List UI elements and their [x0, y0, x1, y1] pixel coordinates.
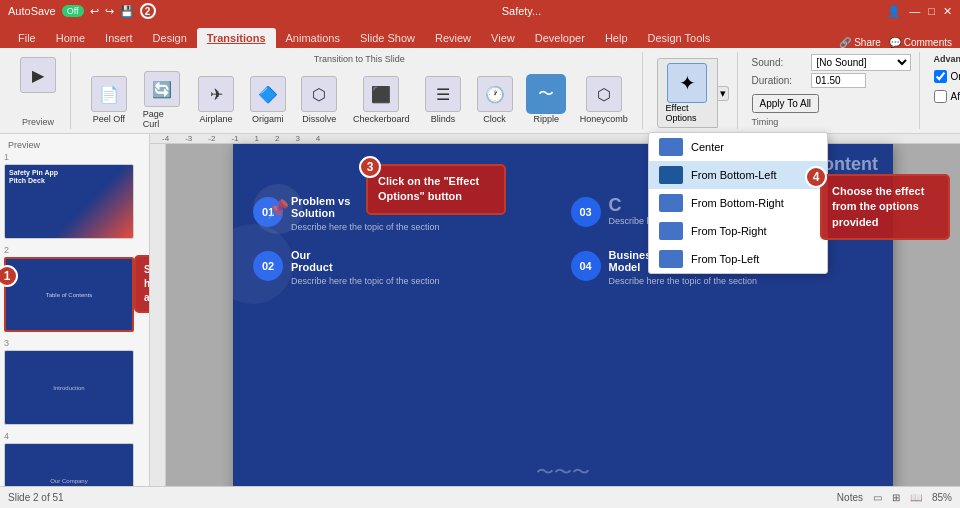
tab-slideshow[interactable]: Slide Show: [350, 28, 425, 48]
preview-label: Preview: [22, 117, 54, 127]
view-slide-icon[interactable]: ⊞: [892, 492, 900, 503]
title-bar-right: 👤 — □ ✕: [887, 5, 952, 18]
save-icon[interactable]: 💾: [120, 5, 134, 18]
effect-option-top-right[interactable]: From Top-Right: [649, 217, 827, 245]
transition-buttons: 📄Peel Off 🔄Page Curl ✈Airplane 🔷Origami …: [85, 68, 634, 132]
card-04-desc: Describe here the topic of the section: [609, 276, 758, 288]
sound-row: Sound: [No Sound]: [752, 54, 911, 71]
bottom-wave: 〜〜〜: [536, 460, 590, 484]
tab-animations[interactable]: Animations: [276, 28, 350, 48]
duration-input[interactable]: [811, 73, 866, 88]
apply-to-all-button[interactable]: Apply To All: [752, 94, 820, 113]
card-02-text: OurProduct Describe here the topic of th…: [291, 249, 440, 288]
on-mouse-click-label: On Mouse Click: [951, 71, 960, 82]
origami-icon: 🔷: [250, 76, 286, 112]
view-reading-icon[interactable]: 📖: [910, 492, 922, 503]
slide-4-thumbnail: Our Company: [4, 443, 134, 486]
tab-file[interactable]: File: [8, 28, 46, 48]
duration-label: Duration:: [752, 75, 807, 86]
slide-card-02: 02 OurProduct Describe here the topic of…: [253, 249, 556, 288]
effect-options-button[interactable]: ✦ Effect Options: [657, 58, 718, 128]
checkerboard-icon: ⬛: [363, 76, 399, 112]
account-icon[interactable]: 👤: [887, 5, 901, 18]
callout-1-text: Select the slide that has a transition a…: [134, 255, 150, 313]
tab-developer[interactable]: Developer: [525, 28, 595, 48]
sound-select[interactable]: [No Sound]: [811, 54, 911, 71]
tab-help[interactable]: Help: [595, 28, 638, 48]
deco-pin: 📌: [253, 184, 303, 234]
tab-transitions[interactable]: Transitions: [197, 28, 276, 48]
share-button[interactable]: 🔗 Share: [839, 37, 880, 48]
tab-view[interactable]: View: [481, 28, 525, 48]
transition-airplane[interactable]: ✈Airplane: [192, 73, 240, 127]
after-label: After:: [951, 91, 960, 102]
comments-button[interactable]: 💬 Comments: [889, 37, 952, 48]
effect-option-bottom-left[interactable]: From Bottom-Left: [649, 161, 827, 189]
preview-button[interactable]: ▶: [14, 54, 62, 96]
slide-info: Slide 2 of 51: [8, 492, 64, 503]
effect-dropdown-arrow[interactable]: ▾: [718, 86, 729, 101]
maximize-btn[interactable]: □: [928, 5, 935, 17]
slide-thumb-3[interactable]: 3 Introduction: [4, 338, 145, 425]
slide-canvas-wrapper: ontent 📌 01 Problem vsSolution D: [166, 144, 960, 486]
zoom-level: 85%: [932, 492, 952, 503]
effect-bottom-left-label: From Bottom-Left: [691, 169, 777, 181]
minimize-btn[interactable]: —: [909, 5, 920, 17]
honeycomb-icon: ⬡: [586, 76, 622, 112]
transition-honeycomb[interactable]: ⬡Honeycomb: [574, 73, 634, 127]
duration-row: Duration:: [752, 73, 866, 88]
ribbon: ▶ Preview Transition to This Slide 📄Peel…: [0, 48, 960, 134]
ruler-vertical: [150, 144, 166, 486]
undo-icon[interactable]: ↩: [90, 5, 99, 18]
effect-options-icon: ✦: [667, 63, 707, 103]
card-01-desc: Describe here the topic of the section: [291, 222, 440, 234]
effect-top-right-label: From Top-Right: [691, 225, 767, 237]
slide-2-thumbnail: Table of Contents: [4, 257, 134, 332]
tab-design-tools[interactable]: Design Tools: [638, 28, 721, 48]
callout-3-text: Click on the "Effect Options" button: [366, 164, 506, 215]
effect-option-center[interactable]: Center: [649, 133, 827, 161]
transition-section-label: Transition to This Slide: [314, 54, 405, 64]
title-bar-title: Safety...: [156, 5, 888, 17]
tab-review[interactable]: Review: [425, 28, 481, 48]
tab-insert[interactable]: Insert: [95, 28, 143, 48]
effect-option-bottom-right[interactable]: From Bottom-Right: [649, 189, 827, 217]
step-2-badge: 2: [140, 3, 156, 19]
transition-dissolve[interactable]: ⬡Dissolve: [296, 73, 344, 127]
on-mouse-click-checkbox[interactable]: [934, 70, 947, 83]
transition-checkerboard[interactable]: ⬛Checkerboard: [347, 73, 415, 127]
page-curl-icon: 🔄: [144, 71, 180, 107]
effect-center-label: Center: [691, 141, 724, 153]
transition-page-curl[interactable]: 🔄Page Curl: [137, 68, 189, 132]
slide-thumb-2[interactable]: 2 Table of Contents 1 Select the slide t…: [4, 245, 145, 332]
top-left-icon: [659, 250, 683, 268]
slide-thumb-4[interactable]: 4 Our Company: [4, 431, 145, 486]
effect-option-top-left[interactable]: From Top-Left: [649, 245, 827, 273]
after-checkbox[interactable]: [934, 90, 947, 103]
transition-clock[interactable]: 🕐Clock: [471, 73, 519, 127]
transition-blinds[interactable]: ☰Blinds: [419, 73, 467, 127]
title-bar-left: AutoSave Off ↩ ↪ 💾 2: [8, 3, 156, 19]
top-right-icon: [659, 222, 683, 240]
close-btn[interactable]: ✕: [943, 5, 952, 18]
view-normal-icon[interactable]: ▭: [873, 492, 882, 503]
after-row: After:: [934, 89, 960, 104]
card-02-title: OurProduct: [291, 249, 440, 273]
tab-home[interactable]: Home: [46, 28, 95, 48]
transition-ripple[interactable]: 〜Ripple: [522, 73, 570, 127]
slide-thumb-1[interactable]: 1 Safety Pin AppPitch Deck: [4, 152, 145, 239]
transition-peel-off[interactable]: 📄Peel Off: [85, 73, 133, 127]
card-03-num: 03: [571, 197, 601, 227]
center-icon: [659, 138, 683, 156]
callout-4-badge: 4: [805, 166, 827, 188]
ruler-horizontal: -4-3-2-11234: [150, 134, 960, 144]
notes-btn[interactable]: Notes: [837, 492, 863, 503]
card-04-num: 04: [571, 251, 601, 281]
tab-design[interactable]: Design: [143, 28, 197, 48]
redo-icon[interactable]: ↪: [105, 5, 114, 18]
preview-icon: ▶: [20, 57, 56, 93]
autosave-toggle[interactable]: Off: [62, 5, 84, 17]
transition-origami[interactable]: 🔷Origami: [244, 73, 292, 127]
clock-icon: 🕐: [477, 76, 513, 112]
ribbon-group-effect: ✦ Effect Options ▾: [649, 52, 738, 129]
